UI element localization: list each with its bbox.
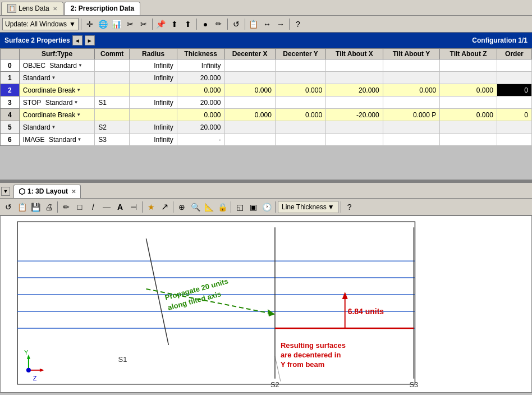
row-num-5: 5 bbox=[1, 121, 20, 134]
expand-icon[interactable]: ▼ bbox=[1, 187, 10, 196]
row0-dec-x bbox=[224, 59, 275, 72]
table-row: 5 Standard ▼ S2 Infinity 20.000 bbox=[1, 121, 532, 134]
pin-btn[interactable]: 📌 bbox=[155, 18, 167, 30]
row4-order: 0 bbox=[497, 109, 531, 121]
row3-dropdown-arrow[interactable]: ▼ bbox=[74, 100, 78, 105]
row6-tilt-z bbox=[440, 134, 497, 146]
row2-dropdown-arrow[interactable]: ▼ bbox=[76, 88, 81, 93]
row2-dec-x: 0.000 bbox=[224, 84, 275, 97]
svg-text:Y: Y bbox=[24, 349, 29, 356]
layout-hline-btn[interactable]: — bbox=[100, 201, 113, 213]
row4-surf-type: Coordinate Break ▼ bbox=[19, 109, 94, 121]
layout-measure-btn[interactable]: 📐 bbox=[203, 201, 215, 213]
layout-tab-close[interactable]: ✕ bbox=[71, 189, 76, 195]
row6-radius: Infinity bbox=[130, 134, 177, 146]
row6-tilt-y bbox=[383, 134, 440, 146]
layout-save-btn[interactable]: 💾 bbox=[29, 201, 42, 213]
globe-btn[interactable]: 🌐 bbox=[97, 18, 109, 30]
add-btn[interactable]: ✛ bbox=[84, 18, 96, 30]
layout-crosshair-btn[interactable]: ⊕ bbox=[176, 201, 188, 213]
row5-dropdown-arrow[interactable]: ▼ bbox=[52, 125, 56, 130]
row5-tilt-x bbox=[326, 121, 383, 134]
layout-grid-btn[interactable]: ▣ bbox=[247, 201, 259, 213]
layout-star-btn[interactable]: ★ bbox=[145, 201, 157, 213]
top-tab-bar: 📋 Lens Data ✕ 2: Prescription Data bbox=[0, 0, 532, 16]
up-btn2[interactable]: ⬆ bbox=[182, 18, 194, 30]
layout-print-btn[interactable]: 🖨 bbox=[43, 201, 55, 213]
row6-dropdown-arrow[interactable]: ▼ bbox=[77, 137, 82, 142]
lens-data-icon: 📋 bbox=[7, 4, 16, 13]
update-dropdown[interactable]: Update: All Windows ▼ bbox=[2, 18, 79, 30]
layout-text-btn[interactable]: A bbox=[114, 201, 126, 213]
col-thickness: Thickness bbox=[177, 49, 224, 59]
chart-btn[interactable]: 📊 bbox=[111, 18, 123, 30]
layout-sep3 bbox=[173, 201, 173, 213]
swap-btn[interactable]: ↔ bbox=[261, 18, 273, 30]
svg-rect-1 bbox=[17, 222, 415, 384]
col-surf-type-label: Surf:Type bbox=[19, 49, 94, 59]
circle-btn[interactable]: ● bbox=[199, 18, 212, 30]
row2-tilt-x: 20.000 bbox=[326, 84, 383, 97]
layout-sep5 bbox=[275, 201, 276, 213]
layout-help-btn[interactable]: ? bbox=[343, 201, 356, 213]
layout-zoom-btn[interactable]: 🔍 bbox=[189, 201, 201, 213]
layout-tab-expand[interactable]: ▼ bbox=[1, 187, 10, 196]
row3-radius: Infinity bbox=[130, 97, 177, 109]
row4-dropdown-arrow[interactable]: ▼ bbox=[76, 112, 81, 117]
cut-btn2[interactable]: ✂ bbox=[137, 18, 150, 30]
row4-dec-y: 0.000 bbox=[275, 109, 325, 121]
row-num-1: 1 bbox=[1, 72, 20, 84]
help-btn[interactable]: ? bbox=[292, 18, 304, 30]
table-header-row: Surf:Type Commt Radius Thickness Decente… bbox=[1, 49, 532, 59]
col-tilt-y: Tilt About Y bbox=[383, 49, 440, 59]
diagram-area: 6.84 units Propagate 20 units along tilt… bbox=[0, 215, 532, 393]
layout-window-btn[interactable]: ◱ bbox=[233, 201, 246, 213]
tab-lens-data[interactable]: 📋 Lens Data ✕ bbox=[1, 2, 63, 15]
update-label: Update: All Windows bbox=[5, 20, 67, 28]
refresh-btn[interactable]: ↺ bbox=[230, 18, 242, 30]
layout-copy-btn[interactable]: 📋 bbox=[16, 201, 28, 213]
tab-prescription-data[interactable]: 2: Prescription Data bbox=[65, 2, 140, 15]
row6-dec-y bbox=[275, 134, 325, 146]
up-btn1[interactable]: ⬆ bbox=[168, 18, 181, 30]
layout-rotate-btn[interactable]: ↗ bbox=[158, 201, 171, 213]
diagram-s3-label: S3 bbox=[409, 380, 418, 389]
row2-radius bbox=[130, 84, 177, 97]
row6-surf-type: IMAGE Standard ▼ bbox=[19, 134, 94, 146]
row1-comment bbox=[95, 72, 130, 84]
tab-lens-data-close[interactable]: ✕ bbox=[53, 6, 57, 12]
table-row-active: 2 Coordinate Break ▼ 0.000 0.000 0.000 2… bbox=[1, 84, 532, 97]
line-thickness-dropdown[interactable]: Line Thickness ▼ bbox=[278, 201, 338, 213]
layout-pen-btn[interactable]: ✏ bbox=[60, 201, 72, 213]
layout-clock-btn[interactable]: 🕐 bbox=[260, 201, 273, 213]
toolbar-sep-5 bbox=[245, 19, 245, 30]
layout-rect-btn[interactable]: □ bbox=[74, 201, 86, 213]
arrow-btn[interactable]: → bbox=[274, 18, 287, 30]
row2-order: 0 bbox=[497, 84, 531, 97]
pen-btn[interactable]: ✏ bbox=[213, 18, 225, 30]
layout-arrow-btn[interactable]: ⊣ bbox=[127, 201, 140, 213]
row4-comment bbox=[95, 109, 130, 121]
row1-tilt-z bbox=[440, 72, 497, 84]
row1-thickness: 20.000 bbox=[177, 72, 224, 84]
diagram-result-label1: Resulting surfaces bbox=[281, 341, 346, 350]
copy-btn[interactable]: 📋 bbox=[247, 18, 260, 30]
row1-surf-type: Standard ▼ bbox=[19, 72, 94, 84]
row1-order bbox=[497, 72, 531, 84]
layout-tab-3d[interactable]: ⬡ 1: 3D Layout ✕ bbox=[13, 185, 81, 198]
layout-refresh-btn[interactable]: ↺ bbox=[2, 201, 15, 213]
col-order: Order bbox=[497, 49, 531, 59]
layout-line-btn[interactable]: / bbox=[87, 201, 99, 213]
toolbar-sep-4 bbox=[227, 19, 228, 30]
row6-thickness: - bbox=[177, 134, 224, 146]
nav-prev-btn[interactable]: ◄ bbox=[72, 35, 82, 45]
surface-properties-header: Surface 2 Properties ◄ ► Configuration 1… bbox=[0, 33, 532, 48]
row0-dropdown-arrow[interactable]: ▼ bbox=[78, 63, 82, 68]
nav-next-btn[interactable]: ► bbox=[85, 35, 95, 45]
row6-type: Standard bbox=[49, 136, 76, 144]
toolbar-sep-6 bbox=[289, 19, 290, 30]
row1-tilt-y bbox=[383, 72, 440, 84]
cut-btn1[interactable]: ✂ bbox=[124, 18, 136, 30]
row1-dropdown-arrow[interactable]: ▼ bbox=[52, 75, 56, 80]
layout-lock-btn[interactable]: 🔒 bbox=[216, 201, 228, 213]
